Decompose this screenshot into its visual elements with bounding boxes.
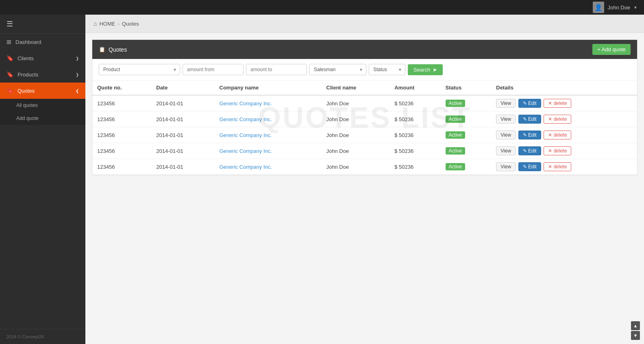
cell-details: View ✎ Edit ✕ delete xyxy=(491,159,637,175)
cell-client: John Doe xyxy=(322,159,390,175)
edit-button[interactable]: ✎ Edit xyxy=(518,115,541,124)
cell-date: 2014-01-01 xyxy=(151,159,214,175)
cell-client: John Doe xyxy=(322,95,390,111)
delete-button[interactable]: ✕ delete xyxy=(544,99,571,108)
add-quote-button[interactable]: + Add quote xyxy=(592,44,631,55)
search-label: Search xyxy=(413,67,430,73)
col-quote-no: Quote no. xyxy=(92,81,151,95)
view-button[interactable]: View xyxy=(496,99,516,108)
sidebar-item-clients[interactable]: 🔖 Clients ❯ xyxy=(0,50,85,66)
status-badge: Active xyxy=(446,115,466,123)
edit-button[interactable]: ✎ Edit xyxy=(518,99,541,108)
cell-company: Generic Company Inc. xyxy=(215,95,322,111)
cell-quote-no: 123456 xyxy=(92,111,151,127)
scroll-up-button[interactable]: ▲ xyxy=(631,321,640,330)
sidebar-toggle-button[interactable]: ☰ xyxy=(0,15,85,34)
salesman-select[interactable]: Salesman xyxy=(309,64,366,75)
col-company: Company name xyxy=(215,81,322,95)
sidebar-subitem-all-quotes[interactable]: All quotes xyxy=(0,99,85,112)
products-icon: 🔖 xyxy=(7,71,13,78)
view-button[interactable]: View xyxy=(496,162,516,171)
cell-quote-no: 123456 xyxy=(92,95,151,111)
panel-title-label: Quotes xyxy=(109,46,127,53)
quotes-table-wrap: Quote no. Date Company name Client name … xyxy=(92,81,637,175)
sidebar-item-label: Dashboard xyxy=(15,39,41,45)
cell-date: 2014-01-01 xyxy=(151,95,214,111)
salesman-filter-wrap: Salesman ▼ xyxy=(309,64,366,75)
company-link[interactable]: Generic Company Inc. xyxy=(220,100,272,107)
company-link[interactable]: Generic Company Inc. xyxy=(220,148,272,154)
col-client: Client name xyxy=(322,81,390,95)
content-area: ⌂ HOME › Quotes 📋 Quotes + Add quote Pro… xyxy=(85,15,644,344)
cell-status: Active xyxy=(441,127,492,143)
hamburger-icon: ☰ xyxy=(7,20,13,28)
delete-button[interactable]: ✕ delete xyxy=(544,146,571,155)
cell-quote-no: 123456 xyxy=(92,159,151,175)
amount-from-input[interactable] xyxy=(183,64,244,75)
home-icon: ⌂ xyxy=(94,20,97,27)
cell-details: View ✎ Edit ✕ delete xyxy=(491,111,637,127)
amount-to-input[interactable] xyxy=(246,64,307,75)
user-chevron-icon: ▼ xyxy=(633,5,637,10)
search-button[interactable]: Search ➤ xyxy=(408,64,443,75)
chevron-left-icon: ❮ xyxy=(76,89,79,93)
sidebar-footer: 2014 © Concept24. xyxy=(0,329,85,344)
cell-company: Generic Company Inc. xyxy=(215,143,322,159)
table-header-row: Quote no. Date Company name Client name … xyxy=(92,81,637,95)
company-link[interactable]: Generic Company Inc. xyxy=(220,132,272,138)
cell-status: Active xyxy=(441,111,492,127)
cell-company: Generic Company Inc. xyxy=(215,127,322,143)
product-filter-wrap: Product ▼ xyxy=(99,64,180,75)
delete-button[interactable]: ✕ delete xyxy=(544,131,571,139)
breadcrumb-separator: › xyxy=(117,21,119,27)
search-icon: ➤ xyxy=(433,67,437,73)
product-select[interactable]: Product xyxy=(99,64,180,75)
cell-amount: $ 50236 xyxy=(389,143,440,159)
sidebar: ☰ ⊞ Dashboard 🔖 Clients ❯ 🔖 Products ❯ 🔖… xyxy=(0,15,85,344)
edit-button[interactable]: ✎ Edit xyxy=(518,162,541,171)
sidebar-item-label: Quotes xyxy=(17,88,35,94)
cell-details: View ✎ Edit ✕ delete xyxy=(491,143,637,159)
table-row: 123456 2014-01-01 Generic Company Inc. J… xyxy=(92,159,637,175)
cell-company: Generic Company Inc. xyxy=(215,111,322,127)
user-menu[interactable]: 👤 John Doe ▼ xyxy=(593,2,637,13)
sidebar-item-label: Clients xyxy=(17,55,34,61)
cell-quote-no: 123456 xyxy=(92,127,151,143)
sidebar-subitem-add-quote[interactable]: Add quote xyxy=(0,112,85,125)
cell-status: Active xyxy=(441,159,492,175)
edit-button[interactable]: ✎ Edit xyxy=(518,146,541,155)
status-badge: Active xyxy=(446,100,466,107)
col-status: Status xyxy=(441,81,492,95)
status-select[interactable]: Status Active Inactive xyxy=(369,64,405,75)
chevron-right-icon: ❯ xyxy=(76,72,79,77)
cell-company: Generic Company Inc. xyxy=(215,159,322,175)
scroll-down-button[interactable]: ▼ xyxy=(631,331,640,340)
status-badge: Active xyxy=(446,147,466,155)
delete-button[interactable]: ✕ delete xyxy=(544,162,571,171)
edit-button[interactable]: ✎ Edit xyxy=(518,131,541,139)
cell-status: Active xyxy=(441,143,492,159)
company-link[interactable]: Generic Company Inc. xyxy=(220,164,272,170)
cell-details: View ✎ Edit ✕ delete xyxy=(491,127,637,143)
sidebar-item-dashboard[interactable]: ⊞ Dashboard xyxy=(0,34,85,50)
username-label: John Doe xyxy=(607,4,630,11)
view-button[interactable]: View xyxy=(496,146,516,155)
view-button[interactable]: View xyxy=(496,131,516,139)
add-quote-label: Add quote xyxy=(16,115,39,121)
company-link[interactable]: Generic Company Inc. xyxy=(220,116,272,122)
cell-date: 2014-01-01 xyxy=(151,143,214,159)
cell-client: John Doe xyxy=(322,127,390,143)
sidebar-item-label: Products xyxy=(17,72,38,78)
table-row: 123456 2014-01-01 Generic Company Inc. J… xyxy=(92,143,637,159)
sidebar-item-quotes[interactable]: 🔖 Quotes ❮ xyxy=(0,83,85,99)
cell-status: Active xyxy=(441,95,492,111)
sidebar-item-products[interactable]: 🔖 Products ❯ xyxy=(0,66,85,83)
breadcrumb-current: Quotes xyxy=(122,21,139,27)
all-quotes-label: All quotes xyxy=(16,102,38,108)
view-button[interactable]: View xyxy=(496,115,516,124)
quotes-table: Quote no. Date Company name Client name … xyxy=(92,81,637,175)
breadcrumb-home-label[interactable]: HOME xyxy=(99,21,115,27)
table-row: 123456 2014-01-01 Generic Company Inc. J… xyxy=(92,95,637,111)
scroll-buttons: ▲ ▼ xyxy=(631,321,640,340)
delete-button[interactable]: ✕ delete xyxy=(544,115,571,124)
